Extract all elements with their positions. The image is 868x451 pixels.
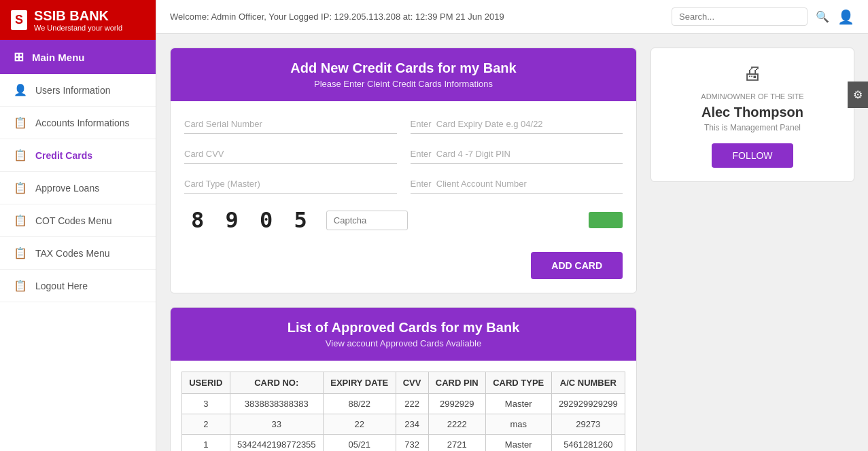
cell-card-pin: 2992929 [428, 394, 485, 414]
captcha-display: 8 9 0 5 [184, 204, 318, 236]
col-card-type: CARD TYPE [485, 372, 551, 394]
sidebar-logo: S SSIB BANK We Understand your world [0, 0, 156, 40]
search-button[interactable]: 🔍 [816, 10, 829, 23]
cell-userid: 3 [182, 394, 230, 414]
logo-text: SSIB BANK We Understand your world [34, 8, 122, 32]
client-account-field [411, 175, 623, 194]
cell-card-type: Master [485, 435, 551, 452]
col-ac-number: A/C NUMBER [551, 372, 625, 394]
cards-table-header: List of Approved Cards for my Bank View … [171, 308, 636, 361]
add-card-header: Add New Credit Cards for my Bank Please … [171, 48, 636, 101]
cell-cvv: 732 [396, 435, 428, 452]
cards-table-body: USERID CARD NO: EXPIRY DATE CVV CARD PIN… [171, 361, 636, 451]
cot-icon: 📋 [14, 214, 27, 227]
sidebar-item-logout-here[interactable]: 📋 Logout Here [0, 270, 156, 302]
sidebar-item-credit-cards[interactable]: 📋 Credit Cards [0, 139, 156, 172]
table-header-row: USERID CARD NO: EXPIRY DATE CVV CARD PIN… [182, 372, 625, 394]
card-expiry-input[interactable] [411, 115, 623, 134]
cell-card-type: Master [485, 394, 551, 414]
card-type-field [184, 175, 397, 194]
main-content: Welcome: Admin Officer, Your Logged IP: … [156, 0, 868, 451]
table-row: 1 5342442198772355 05/21 732 2721 Master… [182, 435, 625, 452]
sidebar: S SSIB BANK We Understand your world ⊞ M… [0, 0, 156, 451]
print-icon[interactable]: 🖨 [665, 62, 840, 84]
sidebar-item-cot-codes-menu[interactable]: 📋 COT Codes Menu [0, 204, 156, 237]
card-type-input[interactable] [184, 175, 397, 194]
cell-userid: 2 [182, 414, 230, 435]
form-section: Add New Credit Cards for my Bank Please … [170, 48, 637, 451]
logo-icon: S [11, 10, 27, 30]
logout-icon: 📋 [14, 279, 27, 292]
profile-name: Alec Thompson [665, 105, 840, 120]
profile-card: 🖨 ADMIN/OWNER OF THE SITE Alec Thompson … [650, 48, 854, 182]
sidebar-item-approve-loans[interactable]: 📋 Approve Loans [0, 172, 156, 204]
header: Welcome: Admin Officer, Your Logged IP: … [156, 0, 868, 34]
cell-card-no: 5342442198772355 [230, 435, 323, 452]
card-serial-input[interactable] [184, 115, 397, 134]
sidebar-item-credit-cards-label: Credit Cards [35, 150, 92, 161]
welcome-text: Welcome: Admin Officer, Your Logged IP: … [170, 12, 504, 22]
right-panel: 🖨 ADMIN/OWNER OF THE SITE Alec Thompson … [650, 48, 854, 451]
card-cvv-input[interactable] [184, 145, 397, 164]
col-card-pin: CARD PIN [428, 372, 485, 394]
add-card-subtitle: Please Enter Cleint Credit Cards Informa… [183, 79, 624, 89]
sidebar-item-users-label: Users Information [35, 85, 110, 96]
user-account-icon[interactable]: 👤 [837, 9, 854, 25]
cards-table-title: List of Approved Cards for my Bank [183, 320, 624, 336]
add-card-title: Add New Credit Cards for my Bank [183, 60, 624, 76]
card-serial-field [184, 115, 397, 134]
card-pin-input[interactable] [411, 145, 623, 164]
cards-table-card: List of Approved Cards for my Bank View … [170, 307, 637, 451]
add-card-body: 8 9 0 5 ADD CARD [171, 101, 636, 293]
cell-userid: 1 [182, 435, 230, 452]
sidebar-item-cot-label: COT Codes Menu [35, 215, 112, 226]
grid-icon: ⊞ [14, 50, 24, 65]
cell-ac-number: 29273 [551, 414, 625, 435]
clipboard-icon: 📋 [14, 116, 27, 129]
loan-icon: 📋 [14, 181, 27, 194]
captcha-row: 8 9 0 5 [184, 204, 623, 236]
col-cvv: CVV [396, 372, 428, 394]
sidebar-item-logout-label: Logout Here [35, 281, 88, 291]
cell-cvv: 234 [396, 414, 428, 435]
tax-icon: 📋 [14, 247, 27, 259]
card-pin-field [411, 145, 623, 164]
cell-card-no: 33 [230, 414, 323, 435]
sidebar-item-accounts-informations[interactable]: 📋 Accounts Informations [0, 107, 156, 139]
button-row: ADD CARD [184, 247, 623, 279]
cell-card-type: mas [485, 414, 551, 435]
cards-table: USERID CARD NO: EXPIRY DATE CVV CARD PIN… [181, 372, 625, 451]
sidebar-item-tax-label: TAX Codes Menu [35, 248, 109, 259]
cell-ac-number: 292929929299 [551, 394, 625, 414]
card-cvv-field [184, 145, 397, 164]
header-right: 🔍 👤 [672, 7, 854, 26]
captcha-input[interactable] [326, 211, 408, 230]
cell-expiry-date: 05/21 [323, 435, 396, 452]
cell-card-pin: 2222 [428, 414, 485, 435]
cell-expiry-date: 22 [323, 414, 396, 435]
cell-card-no: 3838838388383 [230, 394, 323, 414]
table-row: 3 3838838388383 88/22 222 2992929 Master… [182, 394, 625, 414]
cell-expiry-date: 88/22 [323, 394, 396, 414]
form-row-2 [184, 145, 623, 164]
add-card-form: Add New Credit Cards for my Bank Please … [170, 48, 637, 293]
settings-button[interactable]: ⚙ [848, 82, 868, 108]
cell-card-pin: 2721 [428, 435, 485, 452]
search-input[interactable] [672, 7, 808, 26]
sidebar-item-approve-loans-label: Approve Loans [35, 183, 99, 194]
cell-cvv: 222 [396, 394, 428, 414]
logo-tagline: We Understand your world [34, 24, 122, 32]
sidebar-item-tax-codes-menu[interactable]: 📋 TAX Codes Menu [0, 237, 156, 270]
main-menu-label: Main Menu [32, 52, 85, 63]
content-area: Add New Credit Cards for my Bank Please … [156, 34, 868, 451]
col-userid: USERID [182, 372, 230, 394]
table-row: 2 33 22 234 2222 mas 29273 [182, 414, 625, 435]
follow-button[interactable]: FOLLOW [712, 143, 793, 168]
cell-ac-number: 5461281260 [551, 435, 625, 452]
sidebar-item-users-information[interactable]: 👤 Users Information [0, 74, 156, 107]
add-card-button[interactable]: ADD CARD [531, 252, 623, 279]
captcha-indicator [589, 212, 623, 228]
sidebar-main-menu[interactable]: ⊞ Main Menu [0, 40, 156, 74]
sidebar-item-accounts-label: Accounts Informations [35, 118, 130, 128]
client-account-input[interactable] [411, 175, 623, 194]
